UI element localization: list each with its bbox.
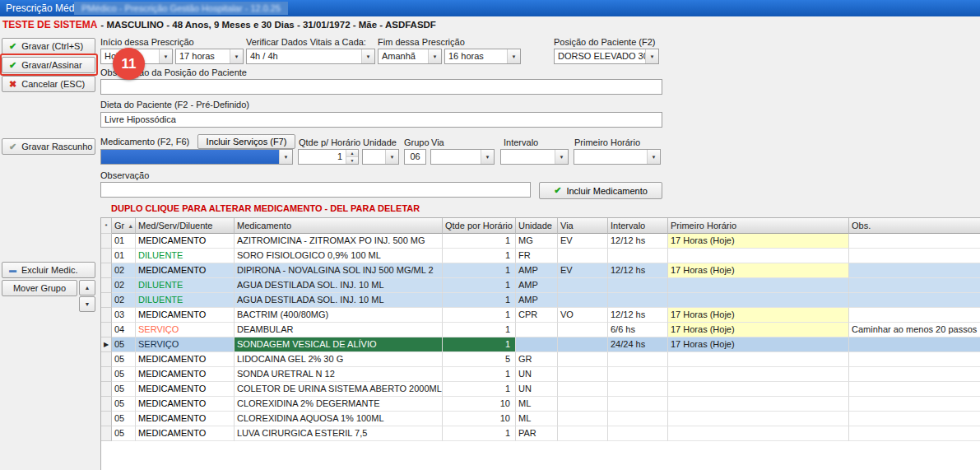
cell-gr: 03: [112, 308, 136, 323]
cell-unidade: AMP: [516, 263, 558, 278]
grid-row[interactable]: 03MEDICAMENTOBACTRIM (400/80MG)1CPRVO12/…: [101, 308, 980, 323]
incluir-servicos-button[interactable]: Incluir Serviços (F7): [197, 134, 295, 149]
primeiro-horario-combo[interactable]: ▼: [574, 149, 661, 165]
cell-obs: [849, 426, 980, 441]
chevron-down-icon[interactable]: ▼: [361, 49, 374, 63]
cell-via: [558, 278, 608, 293]
observacao-input[interactable]: [100, 182, 531, 198]
cell-intervalo: [608, 382, 668, 397]
grid-row[interactable]: 04SERVIÇODEAMBULAR16/6 hs17 Horas (Hoje)…: [101, 323, 980, 337]
check-icon: ✔: [9, 61, 16, 70]
intervalo-combo[interactable]: ▼: [500, 149, 569, 165]
chevron-down-icon[interactable]: ▼: [647, 150, 660, 164]
column-header-label: Intervalo: [611, 221, 645, 230]
dieta-input[interactable]: Livre Hipossódica: [100, 112, 662, 128]
cell-med: SORO FISIOLOGICO 0,9% 100 ML: [235, 249, 443, 263]
cell-qtde: 1: [443, 293, 516, 308]
chevron-down-icon[interactable]: ▼: [428, 49, 441, 63]
grid-warning-text: DUPLO CLIQUE PARA ALTERAR MEDICAMENTO - …: [111, 203, 420, 213]
cancel-icon: ✖: [9, 80, 16, 89]
chevron-down-icon[interactable]: ▼: [645, 49, 658, 63]
cell-primeiro: [668, 412, 849, 426]
chevron-down-icon[interactable]: ▼: [230, 49, 243, 63]
cell-tipo: MEDICAMENTO: [136, 367, 235, 382]
via-combo[interactable]: ▼: [430, 149, 495, 165]
cell-primeiro: [668, 278, 849, 293]
grid-row[interactable]: 02DILUENTEAGUA DESTILADA SOL. INJ. 10 ML…: [101, 278, 980, 293]
gravar-button[interactable]: ✔ Gravar (Ctrl+S): [2, 38, 95, 54]
grid-row[interactable]: 01MEDICAMENTOAZITROMICINA - ZITROMAX PO …: [101, 234, 980, 249]
column-header-tipo[interactable]: Med/Serv/Diluente: [136, 218, 235, 234]
chevron-down-icon[interactable]: ▼: [159, 49, 172, 63]
posicao-label: Posição do Paciente (F2): [554, 37, 656, 47]
grid-row[interactable]: 02DILUENTEAGUA DESTILADA SOL. INJ. 10 ML…: [101, 293, 980, 308]
posicao-value: DORSO ELEVADO 30 G: [555, 49, 645, 63]
cell-gr: 02: [112, 278, 136, 293]
cell-med: LIDOCAINA GEL 2% 30 G: [235, 352, 443, 367]
grid-row[interactable]: 02MEDICAMENTODIPIRONA - NOVALGINA SOL IN…: [101, 263, 980, 278]
column-header-label: Qtde por Horário: [445, 221, 513, 230]
column-header-med[interactable]: Medicamento: [235, 218, 443, 234]
grid-row[interactable]: 01DILUENTESORO FISIOLOGICO 0,9% 100 ML1F…: [101, 249, 980, 263]
cell-unidade: [516, 337, 558, 352]
grid-row[interactable]: 05MEDICAMENTOSONDA URETRAL N 121UN: [101, 367, 980, 382]
column-header-gr[interactable]: Gr▲: [112, 218, 136, 234]
spin-up-icon[interactable]: ▲: [346, 150, 358, 157]
gravar-rascunho-button[interactable]: ✔ Gravar Rascunho: [2, 138, 95, 155]
fim-hora-combo[interactable]: 16 horas ▼: [444, 49, 521, 64]
chevron-down-icon[interactable]: ▼: [481, 150, 494, 164]
grid-row[interactable]: 05MEDICAMENTOLUVA CIRURGICA ESTERIL 7,51…: [101, 426, 980, 441]
cell-intervalo: [608, 367, 668, 382]
unidade-combo[interactable]: ▼: [362, 149, 399, 165]
excluir-medic-button[interactable]: ▬ Excluir Medic.: [2, 262, 95, 278]
inicio-hora-combo[interactable]: 17 horas ▼: [175, 49, 244, 64]
cell-tipo: MEDICAMENTO: [136, 352, 235, 367]
grid-row[interactable]: 05MEDICAMENTOLIDOCAINA GEL 2% 30 G5GR: [101, 352, 980, 367]
cell-intervalo: [608, 426, 668, 441]
cancelar-button[interactable]: ✖ Cancelar (ESC): [2, 76, 95, 92]
spin-down-icon[interactable]: ▼: [346, 157, 358, 164]
column-header-obs[interactable]: Obs.: [849, 218, 980, 234]
cell-primeiro: [668, 293, 849, 308]
grid-header-row: *Gr▲Med/Serv/DiluenteMedicamentoQtde por…: [101, 218, 980, 234]
column-header-unidade[interactable]: Unidade: [516, 218, 558, 234]
column-header-primeiro[interactable]: Primeiro Horário: [668, 218, 849, 234]
row-indicator: [101, 278, 112, 293]
gravar-label: Gravar (Ctrl+S): [21, 41, 83, 51]
grid-row[interactable]: 05MEDICAMENTOCOLETOR DE URINA SISTEMA AB…: [101, 382, 980, 397]
cell-intervalo: 12/12 hs: [608, 308, 668, 323]
column-header-qtde[interactable]: Qtde por Horário: [443, 218, 516, 234]
column-header-label: Medicamento: [237, 221, 291, 230]
qtde-stepper[interactable]: 1 ▲ ▼: [298, 149, 359, 165]
row-indicator: [101, 412, 112, 426]
patient-info: - MASCULINO - 48 Anos, 9 Meses e 30 Dias…: [100, 20, 436, 30]
verificar-combo[interactable]: 4h / 4h ▼: [246, 49, 375, 64]
medicamento-combo[interactable]: ▼: [100, 149, 293, 165]
fim-dia-combo[interactable]: Amanhã ▼: [378, 49, 442, 64]
grid-row[interactable]: ▶05SERVIÇOSONDAGEM VESICAL DE ALÍVIO124/…: [101, 337, 980, 352]
cell-qtde: 1: [443, 323, 516, 337]
cell-obs: [849, 367, 980, 382]
obs-posicao-input[interactable]: [100, 79, 662, 95]
grid-row[interactable]: 05MEDICAMENTOCLOREXIDINA AQUOSA 1% 100ML…: [101, 412, 980, 426]
cell-unidade: ML: [516, 397, 558, 412]
chevron-down-icon[interactable]: ▼: [279, 150, 292, 164]
cell-primeiro: 17 Horas (Hoje): [668, 263, 849, 278]
cell-qtde: 1: [443, 337, 516, 352]
gravar-assinar-button[interactable]: ✔ Gravar/Assinar: [2, 57, 95, 73]
chevron-down-icon[interactable]: ▼: [385, 150, 398, 164]
posicao-combo[interactable]: DORSO ELEVADO 30 G ▼: [554, 49, 659, 64]
move-group-up-button[interactable]: ▲: [79, 280, 95, 295]
grid-row[interactable]: 05MEDICAMENTOCLOREXIDINA 2% DEGERMANTE10…: [101, 397, 980, 412]
incluir-medicamento-button[interactable]: ✔ Incluir Medicamento: [539, 182, 662, 199]
cell-unidade: CPR: [516, 308, 558, 323]
chevron-down-icon[interactable]: ▼: [507, 49, 520, 63]
prescription-grid[interactable]: *Gr▲Med/Serv/DiluenteMedicamentoQtde por…: [100, 217, 980, 470]
chevron-down-icon[interactable]: ▼: [555, 150, 568, 164]
move-group-down-button[interactable]: ▼: [79, 296, 95, 312]
grupo-input[interactable]: 06: [404, 149, 426, 165]
mover-grupo-button[interactable]: Mover Grupo: [2, 280, 77, 296]
cell-via: [558, 323, 608, 337]
column-header-intervalo[interactable]: Intervalo: [608, 218, 668, 234]
column-header-via[interactable]: Via: [558, 218, 608, 234]
